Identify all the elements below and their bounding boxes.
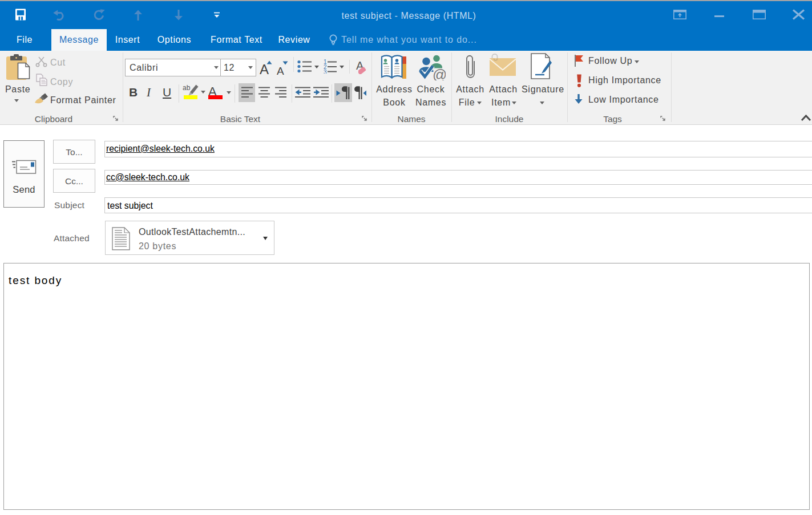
svg-text:ab: ab	[183, 84, 191, 92]
svg-text:3: 3	[324, 69, 327, 74]
svg-text:@: @	[433, 67, 446, 81]
